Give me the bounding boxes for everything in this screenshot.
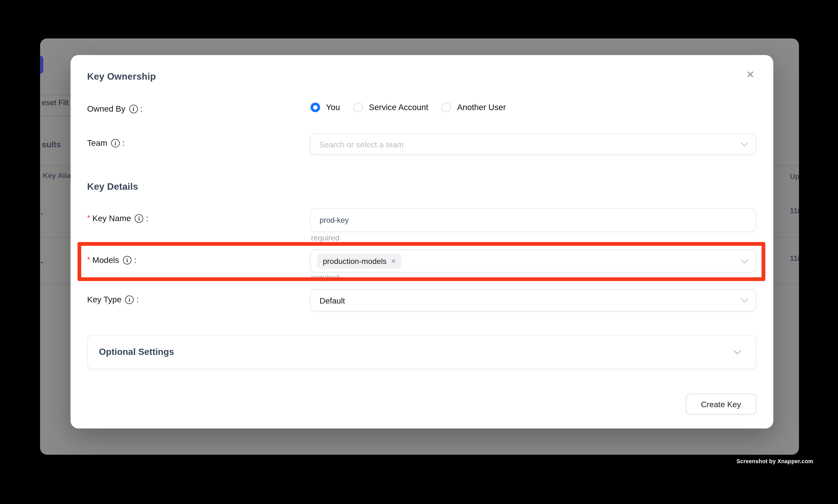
colon: : xyxy=(140,104,143,114)
required-asterisk: * xyxy=(87,254,90,264)
clipped-blue-button xyxy=(40,56,43,74)
key-type-select[interactable]: Default xyxy=(310,289,756,311)
owned-by-label: Owned By i : xyxy=(87,104,143,114)
info-icon[interactable]: i xyxy=(111,139,120,148)
key-type-label-text: Key Type xyxy=(87,295,122,305)
colon: : xyxy=(122,138,125,148)
radio-unselected-icon[interactable] xyxy=(353,103,363,112)
column-header-key-alias: Key Alia xyxy=(43,172,71,180)
info-icon[interactable]: i xyxy=(125,295,134,304)
team-label-text: Team xyxy=(87,138,107,148)
owned-by-label-text: Owned By xyxy=(87,104,125,114)
info-icon[interactable]: i xyxy=(129,105,138,113)
team-placeholder: Search or select a team xyxy=(310,140,404,149)
radio-label: Service Account xyxy=(369,103,428,112)
owned-by-radio-group: You Service Account Another User xyxy=(310,103,519,112)
create-key-button[interactable]: Create Key xyxy=(686,394,756,415)
screenshot-stage: eset Filt sults Key Alia Up - 11/ - 11/ … xyxy=(0,0,838,504)
watermark-text: Screenshot by Xnapper.com xyxy=(736,458,813,464)
key-details-heading: Key Details xyxy=(87,181,138,192)
key-type-label: Key Type i : xyxy=(87,295,139,305)
colon: : xyxy=(137,295,139,305)
key-name-validation-message: required xyxy=(311,233,340,242)
selected-model-tag: production-models ✕ xyxy=(318,254,402,269)
colon: : xyxy=(134,255,137,265)
optional-settings-toggle[interactable]: Optional Settings xyxy=(87,335,756,369)
optional-settings-title: Optional Settings xyxy=(99,347,174,357)
models-label-text: Models xyxy=(92,255,119,265)
models-validation-message: required xyxy=(311,273,340,282)
key-name-input[interactable] xyxy=(310,209,756,232)
create-key-modal: Key Ownership ✕ Owned By i : You Service… xyxy=(70,55,773,429)
models-label: * Models i : xyxy=(87,255,136,265)
radio-option-you[interactable]: You xyxy=(310,103,340,112)
key-name-label: * Key Name i : xyxy=(87,214,148,223)
column-header-updated: Up xyxy=(790,173,799,181)
chevron-down-icon xyxy=(741,256,748,263)
radio-option-another-user[interactable]: Another User xyxy=(442,103,506,112)
team-select[interactable]: Search or select a team xyxy=(310,133,756,155)
table-row-updated: 11/ xyxy=(790,254,799,262)
radio-selected-icon[interactable] xyxy=(310,103,320,112)
model-tag-label: production-models xyxy=(323,257,387,265)
chevron-down-icon xyxy=(741,139,748,146)
key-name-label-text: Key Name xyxy=(92,214,131,223)
required-asterisk: * xyxy=(87,213,90,222)
table-row-alias: - xyxy=(41,209,43,218)
reset-filters-label-partial: eset Filt xyxy=(42,98,69,107)
table-row-alias: - xyxy=(41,257,43,266)
close-icon[interactable]: ✕ xyxy=(742,66,759,83)
close-glyph: ✕ xyxy=(746,68,755,80)
chevron-down-icon xyxy=(734,347,741,354)
table-row-updated: 11/ xyxy=(790,207,799,215)
colon: : xyxy=(146,214,148,223)
results-count-partial: sults xyxy=(42,140,61,149)
models-select[interactable]: production-models ✕ xyxy=(310,250,756,272)
radio-unselected-icon[interactable] xyxy=(442,103,451,112)
chevron-down-icon xyxy=(741,295,748,303)
info-icon[interactable]: i xyxy=(123,256,131,265)
key-type-value: Default xyxy=(310,296,345,305)
radio-option-service-account[interactable]: Service Account xyxy=(353,103,428,112)
tag-remove-icon[interactable]: ✕ xyxy=(391,257,396,265)
info-icon[interactable]: i xyxy=(135,214,143,223)
key-ownership-heading: Key Ownership xyxy=(87,71,156,82)
radio-label: You xyxy=(326,103,340,112)
team-label: Team i : xyxy=(87,138,125,148)
radio-label: Another User xyxy=(457,103,506,112)
